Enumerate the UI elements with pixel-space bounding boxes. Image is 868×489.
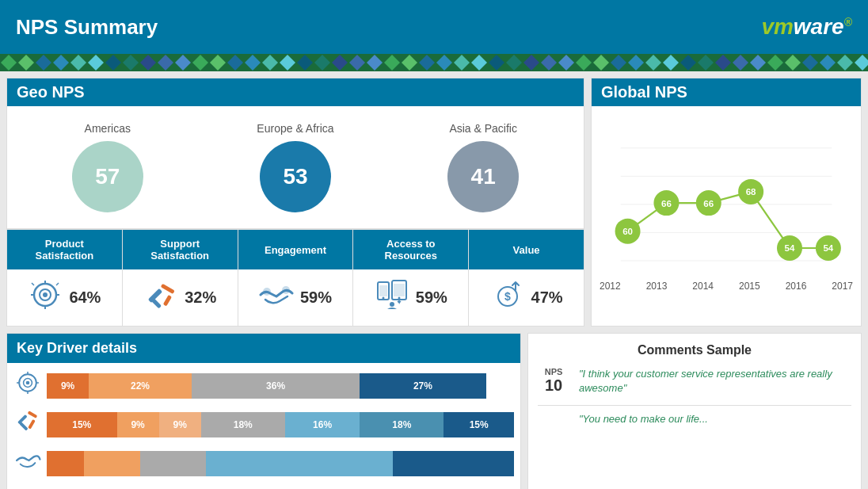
product-value: 64% [69, 288, 101, 307]
americas-label: Americas [85, 122, 131, 135]
bar-seg: 9% [47, 373, 89, 399]
svg-point-58 [43, 292, 48, 297]
bar-seg: 15% [444, 412, 514, 437]
asia-label: Asia & Pacific [449, 122, 517, 135]
bar-seg: 9% [117, 412, 159, 437]
svg-text:$: $ [504, 290, 511, 303]
svg-text:54: 54 [823, 243, 833, 253]
svg-text:66: 66 [661, 199, 672, 208]
main-content: Geo NPS Americas 57 Europe & Africa 53 A… [0, 71, 868, 333]
key-driver-rows: 9% 22% 36% 27% 15% [7, 363, 520, 489]
svg-rect-101 [19, 422, 28, 430]
cat-product-satisfaction: ProductSatisfaction [7, 230, 123, 326]
key-driver-title: Key Driver details [7, 334, 520, 363]
cat-support-body: 32% [123, 269, 238, 326]
bar-seg [84, 451, 140, 476]
europe-circle: 53 [260, 141, 331, 212]
bar-seg [47, 451, 84, 476]
nps-score-2 [538, 412, 569, 426]
cat-access-body: 59% [353, 269, 468, 326]
global-chart-area: 60 66 66 68 54 54 [592, 106, 861, 281]
svg-text:68: 68 [746, 187, 756, 197]
svg-point-73 [390, 302, 394, 307]
svg-point-69 [382, 297, 384, 300]
cat-product-body: 64% [7, 269, 122, 326]
comment-text-2: "You need to make our life... [579, 412, 708, 426]
nps-value: 10 [538, 376, 569, 395]
americas-circle: 57 [72, 141, 143, 212]
bar-seg: 18% [360, 412, 444, 437]
cat-engagement-body: 59% [238, 269, 353, 326]
cat-engagement-header: Engagement [238, 230, 353, 269]
cat-access-resources: Access toResources [353, 230, 469, 326]
kd-icon-3 [13, 447, 42, 479]
cat-engagement: Engagement 59% [238, 230, 354, 326]
nps-score: NPS 10 [538, 367, 569, 395]
cat-access-header: Access toResources [353, 230, 468, 269]
access-value: 59% [416, 288, 447, 307]
comment-divider [538, 405, 851, 406]
year-2014: 2014 [692, 281, 714, 292]
product-icon [28, 279, 63, 316]
svg-text:66: 66 [703, 199, 714, 208]
svg-point-72 [398, 297, 400, 300]
year-2016: 2016 [786, 281, 807, 292]
bar-seg: 9% [159, 412, 201, 437]
comments-panel: Comments Sample NPS 10 "I think your cus… [527, 333, 862, 489]
engagement-icon [259, 279, 294, 316]
global-nps-chart: 60 66 66 68 54 54 [600, 118, 853, 277]
geo-circles: Americas 57 Europe & Africa 53 Asia & Pa… [7, 106, 584, 220]
kd-row-1: 9% 22% 36% 27% [13, 369, 514, 402]
support-value: 32% [185, 288, 216, 307]
year-2013: 2013 [646, 281, 668, 292]
pattern-bar [0, 54, 868, 71]
vmware-logo: vmware® [761, 14, 852, 40]
cat-value-body: $ 47% [469, 269, 584, 326]
kd-row-3 [13, 447, 514, 479]
svg-point-95 [26, 381, 30, 385]
geo-item-americas: Americas 57 [72, 122, 143, 212]
comments-title: Comments Sample [538, 343, 851, 357]
svg-line-60 [56, 283, 59, 285]
bar-seg: 16% [285, 412, 360, 437]
kd-bars-1: 9% 22% 36% 27% [47, 373, 514, 399]
svg-rect-103 [28, 419, 36, 430]
cat-value: Value $ 47% [469, 230, 584, 326]
svg-line-59 [32, 283, 34, 285]
header: NPS Summary vmware® [0, 0, 868, 54]
svg-rect-62 [151, 298, 162, 308]
year-labels: 2012 2013 2014 2015 2016 2017 [592, 281, 861, 298]
access-icon [375, 279, 409, 316]
geo-item-asia: Asia & Pacific 41 [447, 122, 519, 212]
kd-bars-3 [47, 451, 514, 476]
svg-point-66 [282, 286, 290, 294]
kd-icon-2 [13, 408, 42, 441]
year-2015: 2015 [739, 281, 760, 292]
engagement-value: 59% [300, 288, 332, 307]
svg-rect-68 [379, 285, 387, 296]
page-title: NPS Summary [16, 15, 158, 40]
geo-item-europe: Europe & Africa 53 [257, 122, 333, 212]
key-driver-panel: Key Driver details 9% [6, 333, 521, 489]
kd-icon-1 [13, 369, 42, 402]
bar-seg: 27% [360, 373, 485, 399]
bar-seg [140, 451, 206, 476]
year-2012: 2012 [600, 281, 621, 292]
bottom-content: Key Driver details 9% [0, 333, 868, 489]
svg-text:54: 54 [785, 243, 795, 253]
geo-nps-title: Geo NPS [7, 78, 584, 106]
comment-item-2: "You need to make our life... [538, 412, 851, 426]
svg-point-65 [263, 288, 271, 296]
svg-rect-71 [394, 284, 405, 296]
svg-rect-64 [163, 295, 172, 307]
comment-text-1: "I think your customer service represent… [579, 367, 851, 395]
bar-seg: 18% [201, 412, 285, 437]
year-2017: 2017 [832, 281, 853, 292]
cat-support-satisfaction: SupportSatisfaction 32% [123, 230, 238, 326]
support-icon [143, 279, 178, 316]
bar-seg: 15% [47, 412, 117, 437]
svg-text:60: 60 [622, 227, 633, 236]
bar-seg: 22% [89, 373, 192, 399]
bar-seg: 36% [192, 373, 360, 399]
svg-rect-100 [17, 415, 28, 425]
